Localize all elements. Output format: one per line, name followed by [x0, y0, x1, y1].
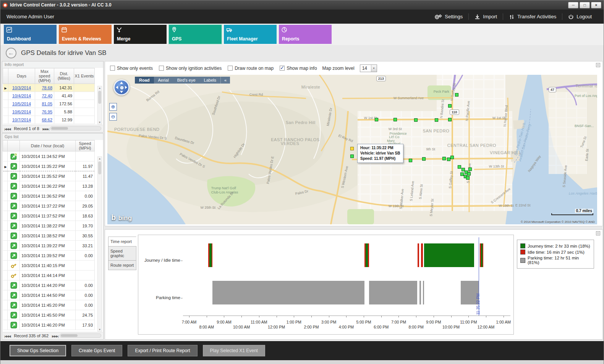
map-view-tab[interactable]: Labels: [200, 77, 220, 84]
gps-list-row[interactable]: 10/3/2014 11:46:20 PM 17.93: [3, 320, 95, 330]
footer-button[interactable]: Create Gps Event: [71, 345, 122, 356]
map-option-checkbox[interactable]: ✓ Show only ignition activities: [159, 66, 222, 71]
close-button[interactable]: ×: [591, 2, 601, 8]
day-link[interactable]: 10/5/2014: [12, 101, 31, 106]
gps-list-row[interactable]: 10/3/2014 11:35:52 PM 11.47: [3, 171, 95, 181]
gps-list-row[interactable]: 10/3/2014 11:37:52 PM 18.63: [3, 211, 95, 221]
gps-list-scrollbar[interactable]: ▲ ▼: [97, 156, 102, 332]
map-view-tab[interactable]: Road: [135, 77, 154, 84]
day-link[interactable]: 10/4/2014: [12, 93, 31, 98]
map-marker-current[interactable]: [350, 147, 354, 150]
map-compass-control[interactable]: [113, 79, 130, 95]
map-marker[interactable]: [414, 118, 418, 122]
column-header-speed[interactable]: Speed (MPH): [76, 140, 95, 151]
map-marker[interactable]: [455, 93, 458, 97]
gps-list-row[interactable]: 10/3/2014 11:38:22 PM 19.70: [3, 221, 95, 231]
info-report-scrollbar[interactable]: ▲ ▼: [97, 86, 102, 124]
nav-tab[interactable]: GPS: [169, 25, 222, 44]
zoom-in-button[interactable]: ⊕: [109, 103, 117, 111]
scroll-down-icon[interactable]: ▼: [98, 121, 102, 124]
gps-list-row[interactable]: 10/3/2014 11:44:14 PM: [3, 271, 95, 280]
gps-list-row[interactable]: 10/3/2014 11:45:20 PM 0.00: [3, 300, 95, 310]
scroll-thumb[interactable]: [98, 161, 101, 174]
day-link[interactable]: 10/7/2014: [12, 118, 31, 122]
map-tabs-collapse-icon[interactable]: «: [220, 77, 230, 84]
map-marker[interactable]: [460, 172, 464, 176]
map-marker[interactable]: [393, 118, 397, 121]
map-marker[interactable]: [466, 176, 470, 180]
column-header-datetime[interactable]: Date / hour (local): [20, 140, 76, 151]
gps-list-row[interactable]: 10/3/2014 11:38:52 PM 30.55: [3, 231, 95, 241]
map-option-checkbox[interactable]: ✓ Show map info: [280, 66, 317, 71]
pager-next-button[interactable]: ▶|: [56, 335, 58, 338]
gps-list-row[interactable]: 10/3/2014 11:36:52 PM 0.00: [3, 191, 95, 201]
day-link[interactable]: 10/6/2014: [12, 110, 31, 114]
chart-tab[interactable]: Time report: [108, 237, 136, 246]
info-report-row[interactable]: 10/7/2014 68.62 12.99: [3, 116, 95, 124]
max-speed-link[interactable]: 78.68: [42, 85, 52, 90]
map-marker[interactable]: [448, 104, 452, 108]
checkbox-box[interactable]: ✓: [159, 66, 164, 71]
gps-list-row[interactable]: 10/3/2014 11:39:22 PM 33.21: [3, 241, 95, 251]
checkbox-box[interactable]: ✓: [280, 66, 285, 71]
map-marker[interactable]: [468, 168, 472, 171]
nav-tab[interactable]: Dashboard: [4, 25, 57, 44]
gps-list-row[interactable]: 10/3/2014 11:44:50 PM 0.00: [3, 290, 95, 300]
max-speed-link[interactable]: 72.40: [42, 93, 52, 98]
max-speed-link[interactable]: 81.05: [42, 101, 52, 106]
pager-prev-button[interactable]: ◀: [8, 127, 10, 131]
map-marker[interactable]: [422, 157, 426, 161]
scroll-up-icon[interactable]: ▲: [98, 87, 102, 89]
chart-tab[interactable]: Route report: [108, 260, 136, 270]
map-marker[interactable]: [448, 118, 452, 121]
column-header-days[interactable]: Days: [8, 68, 35, 84]
pager-prev-button[interactable]: ◀: [8, 335, 10, 338]
gps-list-row[interactable]: 10/3/2014 11:34:52 PM: [3, 151, 95, 161]
window-titlebar[interactable]: Idrive Control Center - 3.0.2 version - …: [0, 0, 604, 10]
pan-east-icon[interactable]: [125, 86, 127, 89]
map-marker[interactable]: [447, 158, 450, 161]
scroll-down-icon[interactable]: ▼: [98, 328, 102, 331]
gps-list-row[interactable]: 10/3/2014 11:37:22 PM 29.05: [3, 201, 95, 211]
gps-list-row[interactable]: 10/3/2014 11:40:15 PM: [3, 261, 95, 271]
map-option-checkbox[interactable]: ✓ Show only events: [110, 66, 153, 71]
map-option-checkbox[interactable]: ✓ Draw route on map: [228, 66, 274, 71]
chart-tab[interactable]: Speed graphic: [108, 246, 136, 261]
pan-west-icon[interactable]: [116, 86, 118, 89]
scroll-up-icon[interactable]: ▲: [98, 157, 102, 160]
info-report-row[interactable]: 10/6/2014 76.95 5.88: [3, 108, 95, 116]
map-view-tab[interactable]: Aerial: [154, 77, 173, 84]
topbar-action-button[interactable]: Settings: [429, 13, 468, 19]
map-marker[interactable]: [450, 156, 454, 159]
checkbox-box[interactable]: ✓: [228, 66, 233, 71]
minimize-button[interactable]: ─: [568, 2, 578, 8]
topbar-action-button[interactable]: Transfer Activities: [503, 13, 562, 19]
map-marker[interactable]: [442, 157, 446, 160]
checkbox-box[interactable]: ✓: [110, 66, 115, 71]
map-marker[interactable]: [467, 172, 471, 176]
info-report-row[interactable]: 10/5/2014 81.05 172.56: [3, 100, 95, 108]
info-report-row[interactable]: 10/4/2014 72.40 41.49: [3, 92, 95, 100]
map-marker[interactable]: [409, 159, 412, 162]
gps-list-row[interactable]: 10/3/2014 11:39:52 PM 0.00: [3, 251, 95, 261]
chevron-down-icon[interactable]: ▾: [371, 65, 377, 72]
bing-logo[interactable]: b bing: [111, 213, 132, 222]
column-header-distance[interactable]: Dist. (Miles): [54, 68, 74, 84]
map-marker[interactable]: [350, 155, 354, 158]
nav-tab[interactable]: Fleet Manager: [224, 25, 277, 44]
gps-list-row[interactable]: ▶ 10/3/2014 11:35:22 PM 11.97: [3, 161, 95, 171]
scroll-thumb[interactable]: [98, 91, 101, 104]
gps-list-row[interactable]: 10/3/2014 11:44:20 PM 0.00: [3, 280, 95, 290]
nav-tab[interactable]: Events & Reviews: [59, 25, 112, 44]
pager-scroll-thumb[interactable]: [51, 127, 68, 130]
chart-panel-collapse-icon[interactable]: [596, 231, 600, 235]
map-marker[interactable]: [458, 165, 461, 169]
maximize-button[interactable]: □: [580, 2, 590, 8]
pan-north-icon[interactable]: [120, 82, 123, 84]
footer-button[interactable]: Export / Print Route Report: [128, 345, 197, 356]
footer-button[interactable]: Play Selected X1 Event: [203, 345, 265, 356]
map[interactable]: MiralestePeck ParkW Summerland AveCrest …: [107, 75, 597, 224]
pan-south-icon[interactable]: [120, 91, 123, 93]
column-header-x1-events[interactable]: X1 Events: [74, 68, 95, 84]
info-report-row[interactable]: ▶ 10/3/2014 78.68 142.31: [3, 84, 95, 92]
